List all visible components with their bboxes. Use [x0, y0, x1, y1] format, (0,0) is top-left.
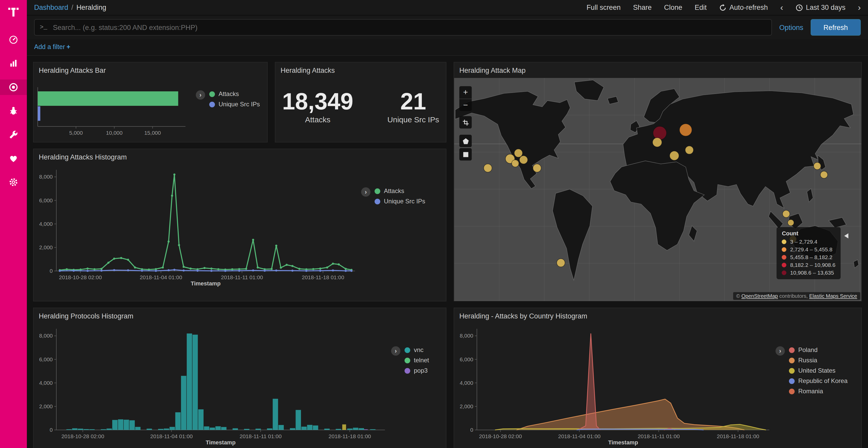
legend-item[interactable]: pop3	[405, 367, 429, 374]
legend-item[interactable]: 5,455.8 – 8,182.2	[782, 254, 835, 260]
attacks-histogram-chart[interactable]: 02,0004,0006,0008,0002018-10-28 02:00201…	[34, 165, 359, 301]
legend-item[interactable]: Unique Src IPs	[209, 101, 260, 108]
sidebar-item-settings[interactable]	[0, 174, 27, 190]
auto-refresh-label: Auto-refresh	[730, 4, 768, 11]
axis-tick-label: 2018-11-04 01:00	[150, 433, 193, 439]
attack-marker[interactable]	[520, 156, 528, 164]
draw-polygon-button[interactable]	[459, 135, 472, 147]
sidebar-item-honeypot[interactable]	[0, 103, 27, 119]
auto-refresh-button[interactable]: Auto-refresh	[719, 4, 768, 11]
legend-dot	[789, 347, 795, 353]
attack-marker[interactable]	[533, 164, 541, 172]
legend-item[interactable]: United States	[789, 367, 847, 374]
metric-label: Unique Src IPs	[388, 115, 439, 124]
legend-label: Russia	[798, 357, 817, 364]
legend-dot	[782, 239, 786, 244]
fit-bounds-button[interactable]	[459, 116, 472, 129]
legend-collapse-icon[interactable]	[844, 233, 848, 238]
clone-button[interactable]: Clone	[664, 4, 683, 11]
attack-marker[interactable]	[514, 149, 523, 157]
legend-item[interactable]: 3 – 2,729.4	[782, 238, 835, 245]
legend-item[interactable]: Russia	[789, 357, 847, 364]
axis-tick-label: 15,000	[144, 130, 161, 136]
legend-item[interactable]: Attacks	[209, 90, 260, 98]
legend-item[interactable]: Poland	[789, 346, 847, 353]
options-link[interactable]: Options	[779, 24, 803, 31]
legend-item[interactable]: Romania	[789, 388, 847, 395]
attacks-bar-chart[interactable]: 5,00010,00015,000	[34, 78, 194, 142]
attack-marker[interactable]	[653, 138, 662, 147]
attack-marker[interactable]	[484, 164, 492, 172]
attack-marker[interactable]	[782, 210, 790, 217]
protocols-histogram-chart[interactable]: 02,0004,0006,0008,0002018-10-28 02:00201…	[34, 323, 389, 448]
legend-item[interactable]: telnet	[405, 357, 429, 364]
axis-tick-label: 6,000	[39, 356, 53, 362]
attribution-middle: contributors,	[778, 293, 809, 299]
openstreetmap-link[interactable]: OpenStreetMap	[741, 293, 778, 299]
attack-marker[interactable]	[512, 160, 519, 167]
legend-label: telnet	[414, 357, 429, 364]
attack-marker[interactable]	[557, 259, 565, 267]
legend-item[interactable]: Unique Src IPs	[375, 198, 425, 205]
country-histogram-chart[interactable]: 02,0004,0006,0008,0002018-10-28 02:00201…	[454, 323, 773, 448]
legend-label: 10,908.6 – 13,635	[790, 269, 834, 276]
attack-marker[interactable]	[679, 124, 692, 136]
legend-item[interactable]: vnc	[405, 346, 429, 353]
sidebar-item-tools[interactable]	[0, 127, 27, 142]
legend-dot	[405, 357, 410, 363]
legend-item[interactable]: 8,182.2 – 10,908.6	[782, 262, 835, 268]
sidebar-item-analytics[interactable]	[0, 56, 27, 71]
axis-tick-label: 2018-11-18 01:00	[717, 433, 759, 439]
legend-label: 3 – 2,729.4	[790, 238, 817, 245]
legend-item[interactable]: Republic of Korea	[789, 377, 847, 384]
attack-marker[interactable]	[814, 162, 821, 170]
legend-toggle-icon[interactable]: ›	[196, 90, 205, 100]
zoom-in-button[interactable]: +	[459, 86, 472, 99]
telekom-t-logo[interactable]	[7, 5, 20, 19]
sidebar-item-kibana[interactable]	[0, 79, 27, 95]
attack-marker[interactable]	[820, 171, 828, 178]
copyright-text: ©	[736, 293, 741, 299]
time-picker[interactable]: Last 30 days	[796, 4, 845, 11]
attack-marker[interactable]	[670, 151, 679, 160]
time-next-icon[interactable]: ›	[858, 3, 861, 12]
add-filter-button[interactable]: Add a filter+	[34, 43, 70, 50]
full-screen-button[interactable]: Full screen	[586, 4, 621, 11]
legend-item[interactable]: 10,908.6 – 13,635	[782, 269, 835, 276]
bar-0[interactable]	[38, 91, 178, 106]
main-area: Dashboard/Heralding Full screen Share Cl…	[27, 0, 868, 448]
legend-label: Romania	[798, 388, 823, 395]
breadcrumb-dashboard-link[interactable]: Dashboard	[34, 4, 68, 11]
edit-button[interactable]: Edit	[695, 4, 707, 11]
panel-attacks-bar: Heralding Attacks Bar 5,00010,00015,000 …	[33, 62, 268, 142]
attack-marker[interactable]	[788, 219, 794, 226]
elastic-maps-link[interactable]: Elastic Maps Service	[809, 293, 857, 299]
attack-marker[interactable]	[685, 146, 693, 154]
draw-rectangle-button[interactable]	[459, 148, 472, 161]
time-prev-icon[interactable]: ‹	[780, 3, 783, 12]
legend-toggle-icon[interactable]: ›	[391, 346, 400, 356]
refresh-button[interactable]: Refresh	[810, 19, 861, 36]
legend-dot	[375, 199, 380, 204]
zoom-out-button[interactable]: −	[459, 99, 472, 111]
axis-tick-label: 8,000	[39, 333, 53, 339]
legend-dot	[789, 378, 795, 384]
sidebar-item-health[interactable]	[0, 151, 27, 166]
legend-dot	[209, 101, 215, 107]
bar-1[interactable]	[38, 106, 40, 121]
legend: › AttacksUnique Src IPs	[359, 165, 446, 301]
legend-toggle-icon[interactable]: ›	[776, 346, 785, 356]
plus-icon: +	[67, 43, 70, 50]
sidebar-item-dashboard[interactable]	[0, 32, 27, 47]
legend-toggle-icon[interactable]: ›	[361, 187, 370, 197]
attack-map[interactable]: + −	[454, 78, 861, 301]
search-input[interactable]	[52, 23, 767, 32]
attack-marker[interactable]	[653, 127, 666, 140]
legend-item[interactable]: Attacks	[375, 187, 425, 195]
legend-label: Republic of Korea	[798, 377, 847, 384]
share-button[interactable]: Share	[633, 4, 652, 11]
legend-item[interactable]: 2,729.4 – 5,455.8	[782, 246, 835, 252]
axis-tick-label: 2018-10-28 02:00	[479, 433, 522, 439]
legend-label: United States	[798, 367, 835, 374]
metric-label: Attacks	[282, 115, 353, 124]
